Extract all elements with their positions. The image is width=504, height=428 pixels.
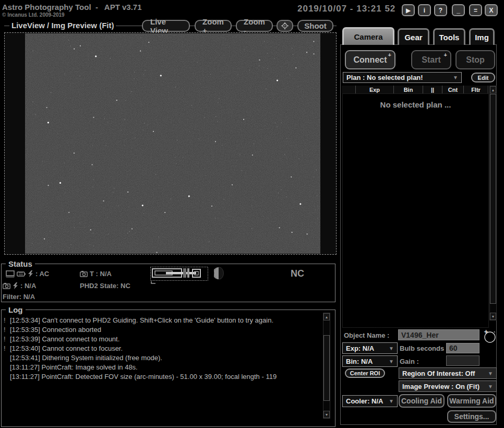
bolt-icon (28, 270, 33, 277)
log-entry: [13:11:27] PointCraft: Image solved in 4… (4, 363, 317, 371)
scroll-up-icon[interactable]: ▲ (490, 86, 496, 93)
plan-col-pause[interactable]: || (423, 86, 442, 93)
bulb-seconds-label: Bulb seconds : (400, 344, 448, 352)
plan-col-exp[interactable]: Exp (356, 86, 394, 93)
plan-table-header: Exp Bin || Cnt Fltr (342, 86, 488, 93)
plan-list[interactable]: No selected plan ... (342, 93, 489, 328)
log-entry: ![12:53:35] Connection aborted (4, 326, 317, 334)
zoom-out-button[interactable]: Zoom - (236, 20, 273, 32)
center-roi-button[interactable]: Center ROI (345, 368, 385, 378)
exposure-select[interactable]: Exp: N/A ▼ (342, 342, 398, 354)
plan-col-cnt[interactable]: Cnt (442, 86, 464, 93)
live-view-button[interactable]: Live View (142, 20, 190, 32)
plan-col-fltr[interactable]: Fltr (464, 86, 488, 93)
plan-select[interactable]: Plan : No selected plan! ▼ (343, 72, 462, 83)
bin-select[interactable]: Bin: N/A ▼ (342, 355, 398, 367)
star-field-svg (25, 33, 320, 254)
plan-col-bin[interactable]: Bin (394, 86, 423, 93)
plan-empty-text: No selected plan ... (343, 100, 488, 109)
chevron-down-icon: ▼ (488, 384, 493, 389)
guide-status-indicator: NC (291, 268, 304, 279)
scroll-down-icon[interactable]: ▼ (323, 411, 330, 418)
restore-button[interactable]: = (469, 4, 482, 16)
scroll-down-icon[interactable]: ▼ (490, 313, 496, 320)
connect-button[interactable]: Connect + (345, 50, 395, 69)
app-title: Astro Photography Tool - APT v3.71 (2, 3, 142, 11)
start-button[interactable]: Start + (411, 50, 451, 69)
bulb-seconds-input[interactable] (446, 343, 479, 353)
status-group-label: Status (6, 259, 35, 268)
log-entry: [12:53:41] Dithering System initialized … (4, 354, 317, 362)
settings-button[interactable]: Settings... (447, 410, 496, 423)
log-group-label: Log (6, 305, 26, 314)
cooler-value: Cooler: N/A (346, 397, 383, 405)
object-name-label: Object Name : (344, 331, 389, 339)
tab-camera[interactable]: Camera (342, 27, 394, 45)
start-plus-badge: + (444, 52, 447, 58)
log-text: [13:11:27] PointCraft: Image solved in 4… (10, 363, 138, 371)
shoot-button[interactable]: Shoot (297, 20, 333, 32)
log-entry: ![12:53:39] Cannot connect to mount. (4, 335, 317, 343)
crosshair-button[interactable] (277, 20, 293, 32)
close-button[interactable]: X (485, 4, 498, 16)
computer-icon (6, 270, 15, 278)
tab-gear[interactable]: Gear (398, 28, 429, 45)
zoom-in-button[interactable]: Zoom + (195, 20, 232, 32)
log-mark: ! (4, 316, 10, 324)
camera-power-status: : N/A (3, 282, 36, 290)
chevron-down-icon: ▼ (488, 371, 493, 376)
roi-select[interactable]: Region Of Interest: Off ▼ (399, 367, 497, 379)
filter-status: Filter: N/A (3, 293, 35, 301)
log-entry: [13:11:27] PointCraft: Detected FOV size… (4, 373, 317, 381)
image-preview-select[interactable]: Image Preview : On (Fit) ▼ (399, 381, 497, 392)
info-button[interactable]: i (418, 4, 431, 16)
connect-label: Connect (354, 55, 387, 65)
moon-phase-icon (214, 267, 224, 280)
log-text: [12:53:41] Dithering System initialized … (10, 354, 162, 362)
gain-input[interactable] (446, 355, 479, 366)
object-name-input[interactable] (398, 329, 479, 340)
log-entry: ![12:53:40] Cannot connect to focuser. (4, 344, 317, 352)
chevron-down-icon: ▼ (453, 75, 458, 80)
plan-scrollbar[interactable]: ▲ ▼ (489, 86, 497, 320)
image-preview-area[interactable] (4, 32, 337, 255)
log-text: [12:53:40] Cannot connect to focuser. (10, 344, 123, 352)
log-mark: ! (4, 326, 10, 334)
help-button[interactable]: ? (434, 4, 447, 16)
edit-plan-button[interactable]: Edit (471, 73, 495, 82)
log-text: [12:53:34] Can't connect to PHD2 Guiding… (10, 316, 273, 324)
log-entry: ![12:53:34] Can't connect to PHD2 Guidin… (4, 316, 317, 324)
camera-temp-status: T : N/A (80, 270, 112, 278)
battery-icon (17, 271, 26, 277)
power-status: : AC (6, 270, 49, 278)
connect-plus-badge: + (388, 52, 391, 58)
dial-icon[interactable]: + (483, 328, 496, 344)
status-groupbox: Status : AC T : N/A (1, 264, 335, 302)
warming-aid-button[interactable]: Warming Aid (447, 394, 496, 408)
tab-tools[interactable]: Tools (433, 28, 465, 45)
app-copyright: © Incanus Ltd. 2009-2019 (2, 12, 65, 18)
log-mark: ! (4, 335, 10, 343)
cooler-select[interactable]: Cooler: N/A ▼ (342, 395, 398, 407)
svg-text:+: + (484, 328, 488, 335)
minimize-button[interactable]: _ (452, 4, 465, 16)
scope-status-graphic (150, 267, 211, 284)
log-scrollbar[interactable]: ▲ ▼ (323, 313, 330, 419)
plan-col-select[interactable] (342, 86, 356, 93)
camera-power-value: : N/A (20, 282, 36, 290)
cooling-aid-button[interactable]: Cooling Aid (399, 394, 445, 408)
power-value: : AC (35, 270, 49, 278)
stop-button[interactable]: Stop (455, 50, 495, 69)
plan-scrollbar-thumb[interactable] (490, 94, 496, 304)
bolt-icon (13, 282, 18, 289)
phd2-status: PHD2 State: NC (80, 282, 130, 290)
log-text: [12:53:35] Connection aborted (10, 326, 101, 334)
log-scrollbar-thumb[interactable] (323, 335, 330, 401)
crosshair-icon (281, 21, 289, 30)
tab-img[interactable]: Img (469, 28, 495, 45)
play-button[interactable]: ▶ (402, 4, 415, 16)
chevron-down-icon: ▼ (389, 346, 394, 351)
filter-value: Filter: N/A (3, 293, 35, 301)
image-preview-value: Image Preview : On (Fit) (402, 383, 479, 390)
scroll-up-icon[interactable]: ▲ (323, 313, 330, 320)
